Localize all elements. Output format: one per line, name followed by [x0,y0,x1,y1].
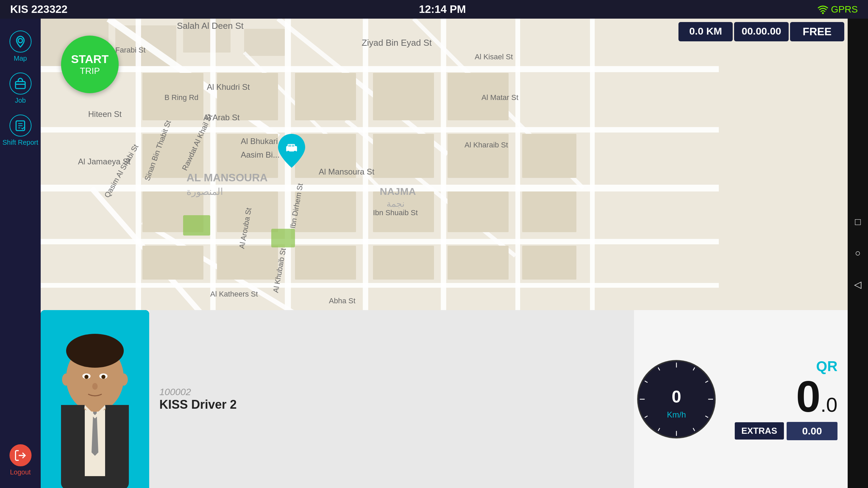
svg-text:Salah Al Deen St: Salah Al Deen St [177,21,244,31]
driver-name: KISS Driver 2 [159,398,624,412]
gprs-status: GPRS [817,4,858,15]
speedometer: 0 Km/h [634,357,719,442]
svg-rect-90 [292,145,294,147]
svg-text:Ziyad Bin Eyad St: Ziyad Bin Eyad St [362,38,432,48]
speedometer-svg: 0 Km/h [636,359,717,440]
svg-rect-48 [448,191,509,232]
svg-rect-56 [183,215,210,236]
sidebar-item-logout[interactable]: Logout [0,439,41,481]
svg-text:Km/h: Km/h [667,410,686,419]
svg-rect-22 [363,19,368,310]
sidebar-map-label: Map [14,55,27,62]
map-icon [14,35,27,48]
svg-rect-53 [373,246,434,280]
extras-value: 0.00 [787,422,837,440]
sidebar-shift-report-label: Shift Report [2,139,38,146]
svg-text:NAJMA: NAJMA [380,186,416,197]
job-icon-circle [9,73,32,95]
svg-rect-23 [441,19,446,310]
wifi-icon [817,5,828,14]
svg-rect-51 [217,246,278,280]
svg-rect-50 [142,246,203,280]
svg-rect-49 [522,191,576,232]
svg-text:Aasim Bi...: Aasim Bi... [241,150,280,159]
svg-point-103 [120,373,128,386]
map-area: Salah Al Deen St Ziyad Bin Eyad St Farab… [41,19,848,310]
map-svg: Salah Al Deen St Ziyad Bin Eyad St Farab… [41,19,848,310]
svg-point-101 [92,383,98,390]
svg-rect-14 [41,66,719,72]
job-icon [14,77,27,90]
driver-photo-container [41,310,149,488]
fare-display: QR 0 .0 EXTRAS 0.00 [719,310,848,488]
svg-text:نجمة: نجمة [387,199,405,209]
svg-rect-46 [295,191,356,232]
svg-text:Ibn Shuaib St: Ibn Shuaib St [373,208,418,217]
svg-rect-43 [522,134,576,178]
clock: 12:14 PM [419,3,466,16]
svg-rect-57 [271,229,295,247]
svg-point-96 [66,334,124,368]
gprs-label: GPRS [831,4,858,15]
svg-point-99 [84,375,88,379]
extras-row: EXTRAS 0.00 [735,422,837,440]
driver-photo [41,310,149,488]
nav-square-button[interactable]: □ [855,217,861,227]
sidebar-job-label: Job [15,97,26,104]
svg-rect-2 [16,81,25,88]
start-label: START [71,53,109,66]
report-icon-circle [9,115,32,137]
sidebar-item-map[interactable]: Map [0,25,41,67]
svg-rect-41 [373,134,434,178]
svg-rect-15 [41,127,719,133]
svg-rect-13 [244,29,285,56]
svg-point-88 [294,151,296,154]
map-icon-circle [9,30,32,53]
status-bar: KIS 223322 12:14 PM GPRS [0,0,868,19]
logout-icon [14,449,27,462]
fare-amount-row: 0 .0 [796,374,837,419]
sidebar-item-job[interactable]: Job [0,67,41,109]
fare-amount: 0 [796,374,821,419]
status-display: FREE [790,22,844,41]
svg-text:Al Katheers St: Al Katheers St [210,290,258,298]
start-trip-button[interactable]: START TRIP [61,36,119,93]
svg-rect-36 [373,73,434,120]
logout-icon-circle [9,444,32,466]
sidebar-item-shift-report[interactable]: Shift Report [0,109,41,151]
svg-text:Al Mansoura St: Al Mansoura St [319,167,374,176]
svg-text:Al Kharaib St: Al Kharaib St [465,141,508,149]
driver-info: 100002 KISS Driver 2 [149,310,634,488]
android-nav: □ ○ ◁ [848,19,868,488]
svg-rect-54 [448,246,509,280]
svg-point-1 [18,38,23,43]
svg-rect-19 [136,19,141,310]
distance-display: 0.0 KM [678,22,733,41]
nav-circle-button[interactable]: ○ [855,248,861,259]
svg-rect-55 [522,246,576,280]
svg-text:B Ring Rd: B Ring Rd [164,93,198,102]
fare-decimal: .0 [821,393,837,416]
svg-point-102 [62,373,70,386]
nav-back-button[interactable]: ◁ [854,279,862,290]
svg-point-0 [822,12,824,14]
svg-point-87 [287,151,290,154]
svg-text:AL MANSOURA: AL MANSOURA [186,171,268,184]
svg-point-100 [101,375,105,379]
map-info-bar: 0.0 KM 00.00.00 FREE [678,22,844,41]
svg-text:Hiteen St: Hiteen St [88,109,122,119]
svg-text:Farabi St: Farabi St [115,46,145,54]
svg-rect-89 [288,145,291,147]
svg-rect-18 [41,283,719,288]
driver-silhouette [41,310,149,488]
device-id: KIS 223322 [10,3,67,16]
svg-rect-35 [295,73,356,120]
svg-text:Al Matar St: Al Matar St [481,93,518,102]
extras-button[interactable]: EXTRAS [735,422,784,440]
svg-rect-24 [515,19,520,310]
svg-text:Al Kisael St: Al Kisael St [475,53,513,61]
report-icon [14,119,27,132]
timer-display: 00.00.00 [734,22,789,41]
svg-text:Al Khudri St: Al Khudri St [207,82,250,92]
sidebar-logout-label: Logout [10,468,31,476]
